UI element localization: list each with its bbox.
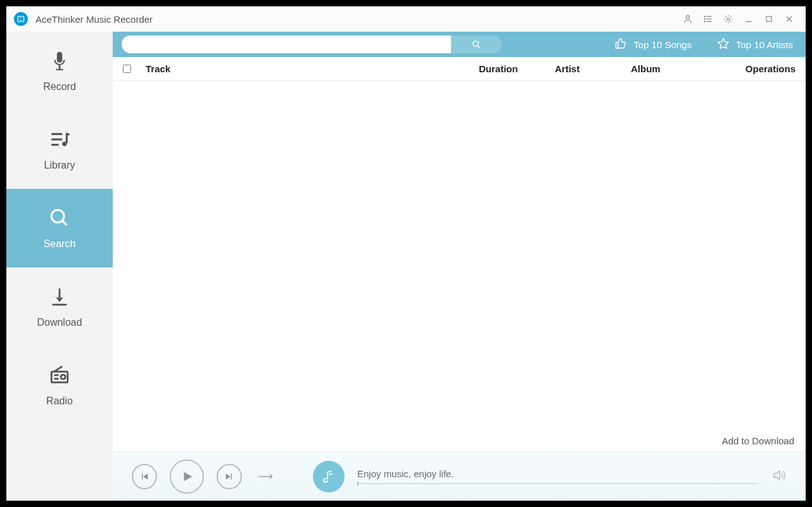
search-input[interactable] xyxy=(122,35,451,53)
svg-point-27 xyxy=(473,41,478,46)
now-playing-icon xyxy=(313,461,345,492)
top-songs-label: Top 10 Songs xyxy=(633,39,692,50)
app-window: AceThinker Music Recorder Record xyxy=(6,6,806,501)
minimize-button[interactable] xyxy=(740,10,758,28)
sidebar-item-download[interactable]: Download xyxy=(6,267,113,346)
download-icon xyxy=(48,285,71,308)
svg-point-0 xyxy=(686,16,689,19)
svg-rect-9 xyxy=(766,16,771,22)
column-operations: Operations xyxy=(726,63,796,74)
library-icon xyxy=(48,128,71,151)
radio-icon xyxy=(48,364,71,387)
column-duration: Duration xyxy=(479,63,555,74)
sidebar-item-label: Record xyxy=(43,81,76,93)
player-tagline: Enjoy music, enjoy life. xyxy=(357,468,759,479)
user-icon[interactable] xyxy=(679,10,697,28)
svg-line-20 xyxy=(62,221,67,225)
volume-button[interactable] xyxy=(771,468,787,485)
search-bar: Top 10 Songs Top 10 Artists xyxy=(113,32,806,57)
app-title: AceThinker Music Recorder xyxy=(35,14,153,25)
svg-point-4 xyxy=(704,16,705,16)
sidebar: Record Library Search Download xyxy=(6,32,113,501)
column-track: Track xyxy=(146,63,479,74)
svg-point-19 xyxy=(51,210,64,222)
column-artist: Artist xyxy=(555,63,631,74)
top-artists-link[interactable]: Top 10 Artists xyxy=(704,32,806,57)
main-panel: Top 10 Songs Top 10 Artists Track Durati… xyxy=(113,32,806,501)
footer-bar: Add to Download xyxy=(113,430,806,451)
search-button[interactable] xyxy=(451,35,502,53)
list-icon[interactable] xyxy=(699,10,717,28)
sidebar-item-label: Library xyxy=(44,160,75,171)
add-to-download-button[interactable]: Add to Download xyxy=(722,435,794,446)
progress-bar[interactable] xyxy=(357,483,759,484)
sidebar-item-label: Radio xyxy=(46,395,73,407)
top-songs-link[interactable]: Top 10 Songs xyxy=(602,32,704,57)
svg-point-7 xyxy=(727,18,730,20)
now-playing-info: Enjoy music, enjoy life. xyxy=(357,468,759,484)
search-icon xyxy=(48,207,71,229)
star-icon xyxy=(717,37,730,52)
titlebar: AceThinker Music Recorder xyxy=(6,6,806,32)
previous-button[interactable] xyxy=(132,464,157,489)
thumbs-up-icon xyxy=(614,37,627,52)
close-button[interactable] xyxy=(780,10,798,28)
svg-rect-12 xyxy=(57,52,63,63)
repeat-mode-button[interactable] xyxy=(255,472,277,482)
results-area xyxy=(113,81,806,430)
next-button[interactable] xyxy=(217,464,242,489)
svg-point-6 xyxy=(704,21,705,22)
select-all-checkbox[interactable] xyxy=(123,65,131,73)
svg-rect-14 xyxy=(56,69,63,70)
maximize-button[interactable] xyxy=(760,10,778,28)
sidebar-item-record[interactable]: Record xyxy=(6,32,113,110)
column-album: Album xyxy=(631,63,726,74)
play-button[interactable] xyxy=(170,459,204,494)
player-bar: Enjoy music, enjoy life. xyxy=(113,451,806,501)
sidebar-item-label: Search xyxy=(44,238,76,250)
sidebar-item-radio[interactable]: Radio xyxy=(6,346,113,425)
sidebar-item-library[interactable]: Library xyxy=(6,110,113,189)
svg-point-5 xyxy=(704,18,705,19)
sidebar-item-search[interactable]: Search xyxy=(6,189,113,267)
svg-rect-21 xyxy=(53,304,67,305)
svg-point-18 xyxy=(62,142,67,146)
microphone-icon xyxy=(48,49,71,72)
sidebar-item-label: Download xyxy=(37,317,82,328)
table-header: Track Duration Artist Album Operations xyxy=(113,57,806,81)
svg-line-28 xyxy=(478,46,479,48)
svg-rect-13 xyxy=(59,65,61,69)
app-logo xyxy=(14,12,28,26)
top-artists-label: Top 10 Artists xyxy=(736,39,793,50)
svg-point-23 xyxy=(61,375,65,379)
gear-icon[interactable] xyxy=(720,10,737,28)
